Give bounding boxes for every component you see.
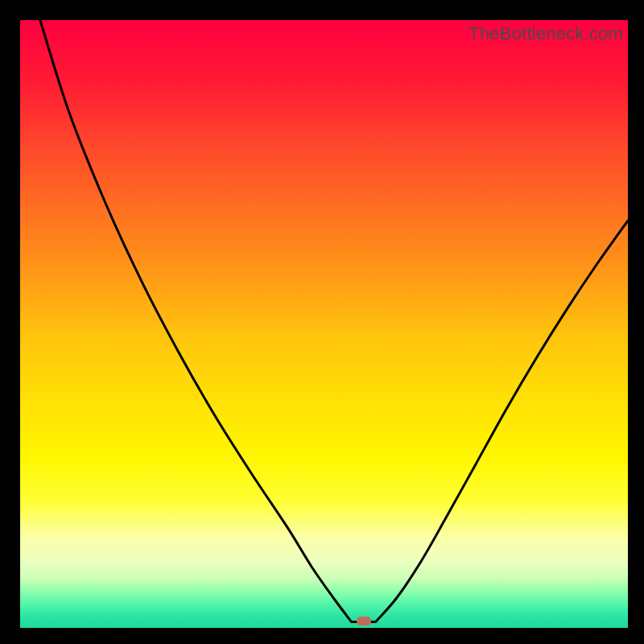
optimal-point-marker	[357, 617, 371, 625]
chart-frame: TheBottleneck.com	[0, 0, 644, 644]
bottleneck-curve	[20, 20, 628, 628]
plot-area: TheBottleneck.com	[20, 20, 628, 628]
